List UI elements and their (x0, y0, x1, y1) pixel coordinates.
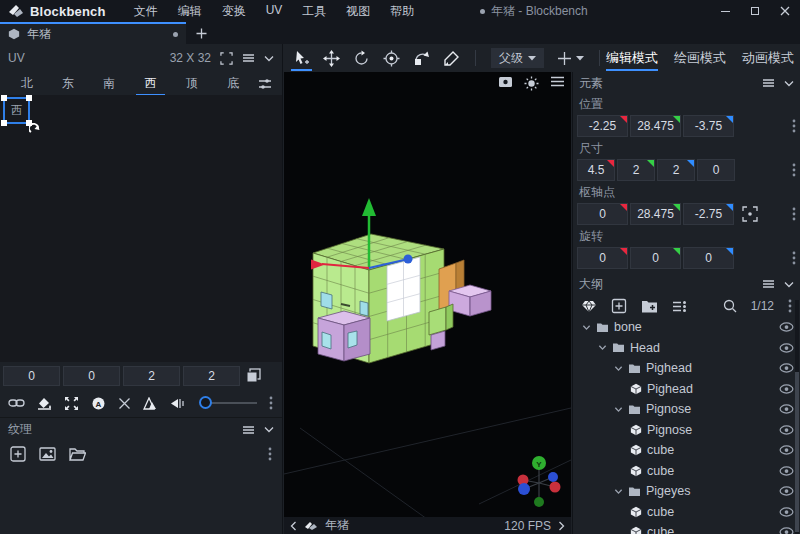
gizmo-ball-down[interactable] (534, 497, 544, 507)
uv-height-field[interactable]: 2 (183, 366, 240, 386)
position-x-field[interactable]: -2.25 (577, 115, 628, 137)
outliner-item-pighead[interactable]: Pighead (573, 358, 800, 379)
outliner-item-cube[interactable]: cube (573, 461, 800, 482)
pivot-y-field[interactable]: 28.475 (630, 203, 681, 225)
parent-dropdown-button[interactable]: 父级 (491, 48, 544, 68)
menu-tools[interactable]: 工具 (302, 3, 326, 20)
outliner-item-cube[interactable]: cube (573, 502, 800, 523)
frame-icon[interactable] (220, 52, 233, 65)
pig-model[interactable] (313, 234, 491, 363)
resize-tool-button[interactable] (323, 46, 340, 70)
pivot-x-field[interactable]: 0 (577, 203, 628, 225)
outliner-scrollbar[interactable] (795, 300, 799, 534)
panel-menu-icon[interactable] (242, 425, 255, 435)
gizmo-ball-z2[interactable] (548, 472, 558, 482)
viewport-menu-icon[interactable] (550, 76, 565, 87)
overflow-menu-icon[interactable] (792, 119, 796, 133)
close-button[interactable] (770, 0, 800, 22)
visibility-toggle-icon[interactable] (779, 527, 794, 534)
outliner-item-cube[interactable]: cube (573, 440, 800, 461)
open-texture-folder-icon[interactable] (69, 447, 86, 461)
pig-eye[interactable] (360, 301, 368, 316)
uv-handle-nw[interactable] (1, 95, 7, 101)
visibility-toggle-icon[interactable] (779, 445, 794, 455)
clear-uv-icon[interactable] (118, 397, 131, 410)
visibility-toggle-icon[interactable] (779, 425, 794, 435)
uv-x-field[interactable]: 0 (3, 366, 60, 386)
project-tab[interactable]: 年猪 (0, 22, 186, 44)
overflow-menu-icon[interactable] (269, 396, 273, 410)
uv-canvas[interactable]: 西 (0, 95, 282, 362)
viewport-canvas[interactable]: Y (284, 72, 571, 517)
lighting-icon[interactable] (524, 76, 539, 91)
uv-y-field[interactable]: 0 (63, 366, 120, 386)
uv-settings-icon[interactable] (258, 78, 272, 90)
size-y-field[interactable]: 2 (617, 159, 655, 181)
chevron-down-icon[interactable] (614, 405, 623, 414)
pig-snout[interactable] (318, 311, 370, 361)
pig-eye[interactable] (321, 292, 332, 309)
gizmo-ball-x2[interactable] (550, 482, 561, 493)
face-tab-up[interactable]: 顶 (171, 72, 212, 95)
auto-uv-icon[interactable] (37, 396, 52, 411)
import-texture-icon[interactable] (39, 447, 56, 461)
create-texture-icon[interactable] (10, 446, 26, 462)
overflow-menu-icon[interactable] (792, 163, 796, 177)
chevron-down-icon[interactable] (582, 323, 591, 332)
pivot-tool-button[interactable] (383, 46, 400, 70)
new-tab-button[interactable] (186, 22, 216, 44)
search-icon[interactable] (723, 299, 737, 313)
visibility-toggle-icon[interactable] (779, 466, 794, 476)
menu-help[interactable]: 帮助 (390, 3, 414, 20)
visibility-toggle-icon[interactable] (779, 322, 794, 332)
auto-size-icon[interactable]: A (91, 396, 106, 411)
gizmo-ball-z[interactable] (518, 483, 530, 495)
chevron-down-icon[interactable] (614, 487, 623, 496)
maximize-uv-icon[interactable] (64, 396, 79, 411)
rotate-tool-button[interactable] (353, 46, 370, 70)
face-tab-down[interactable]: 底 (213, 72, 254, 95)
visibility-toggle-icon[interactable] (779, 486, 794, 496)
visibility-toggle-icon[interactable] (779, 404, 794, 414)
mirror-y-icon[interactable] (170, 397, 185, 410)
outliner-item-bone[interactable]: bone (573, 317, 800, 338)
outliner-item-pigeyes[interactable]: Pigeyes (573, 481, 800, 502)
link-uv-icon[interactable] (8, 397, 25, 409)
outliner-item-pighead[interactable]: Pighead (573, 379, 800, 400)
screenshot-icon[interactable] (498, 76, 513, 88)
panel-collapse-icon[interactable] (264, 426, 274, 433)
rotation-y-field[interactable]: 0 (630, 247, 681, 269)
menu-edit[interactable]: 编辑 (178, 3, 202, 20)
outliner-item-head[interactable]: Head (573, 338, 800, 359)
outliner-item-cube[interactable]: cube (573, 522, 800, 534)
rotation-z-field[interactable]: 0 (683, 247, 734, 269)
position-z-field[interactable]: -3.75 (683, 115, 734, 137)
chevron-down-icon[interactable] (614, 364, 623, 373)
chevron-left-icon[interactable] (290, 521, 297, 531)
add-cube-icon[interactable] (611, 298, 627, 314)
size-z-field[interactable]: 2 (657, 159, 695, 181)
copy-uv-icon[interactable] (246, 368, 261, 383)
menu-view[interactable]: 视图 (346, 3, 370, 20)
size-x-field[interactable]: 4.5 (577, 159, 615, 181)
pivot-z-field[interactable]: -2.75 (683, 203, 734, 225)
uv-width-field[interactable]: 2 (123, 366, 180, 386)
minimize-button[interactable] (710, 0, 740, 22)
paint-brush-tool-button[interactable] (443, 46, 460, 70)
inflate-field[interactable]: 0 (697, 159, 735, 181)
overflow-menu-icon[interactable] (792, 251, 796, 265)
uv-rotate-handle-icon[interactable] (29, 123, 40, 134)
visibility-toggle-icon[interactable] (779, 343, 794, 353)
panel-menu-icon[interactable] (762, 279, 775, 289)
overflow-menu-icon[interactable] (268, 447, 272, 461)
uv-handle-ne[interactable] (26, 95, 32, 101)
face-tab-east[interactable]: 东 (47, 72, 88, 95)
menu-transform[interactable]: 变换 (222, 3, 246, 20)
outliner-toggles-icon[interactable] (672, 300, 687, 313)
overflow-menu-icon[interactable] (792, 207, 796, 221)
visibility-toggle-icon[interactable] (779, 507, 794, 517)
tab-edit-mode[interactable]: 编辑模式 (606, 45, 658, 71)
outliner-item-pignose[interactable]: Pignose (573, 420, 800, 441)
pivot-marker-button[interactable] (557, 46, 584, 70)
move-tool-button[interactable] (293, 46, 310, 70)
